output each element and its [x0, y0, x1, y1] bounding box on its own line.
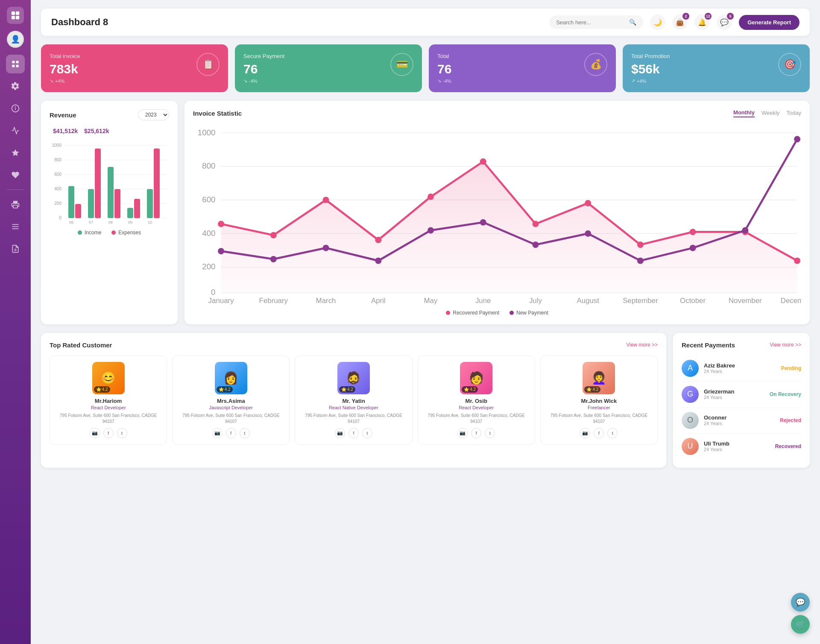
svg-rect-4 [12, 61, 15, 64]
stat-value-1: 76 [243, 62, 284, 76]
svg-point-76 [637, 257, 644, 264]
tab-weekly[interactable]: Weekly [761, 110, 779, 117]
stat-trend-0: ↘ +4% [50, 78, 80, 84]
sidebar-item-print[interactable] [6, 195, 25, 214]
notifications-button[interactable]: 🔔 12 [694, 15, 710, 30]
twitter-icon[interactable]: t [607, 428, 618, 438]
sidebar-item-dashboard[interactable] [6, 55, 25, 73]
stat-cards: Total invoice 783k ↘ +4% 📋 Secure Paymen… [41, 44, 810, 92]
instagram-icon[interactable]: 📷 [580, 428, 590, 438]
invoice-chart-area: 1000 800 600 400 200 0 [193, 121, 801, 306]
svg-text:August: August [577, 297, 599, 305]
sidebar-item-settings[interactable] [6, 77, 25, 96]
svg-text:May: May [424, 297, 438, 305]
payments-view-more[interactable]: View more >> [770, 342, 801, 348]
facebook-icon[interactable]: f [348, 428, 359, 438]
twitter-icon[interactable]: t [240, 428, 250, 438]
svg-point-75 [585, 230, 591, 237]
revenue-legend: Income Expenses [50, 230, 169, 236]
customers-grid: 😊 ⭐ 4.2 Mr.Hariom React Developer 795 Fo… [50, 356, 658, 445]
list-item: 🧑 ⭐ 4.2 Mr. Osib React Developer 795 Fol… [418, 356, 535, 445]
svg-text:January: January [208, 297, 234, 305]
instagram-icon[interactable]: 📷 [212, 428, 223, 438]
svg-text:10: 10 [148, 220, 152, 224]
tab-monthly[interactable]: Monthly [733, 109, 755, 117]
search-box: 🔍 [549, 15, 643, 29]
sidebar-item-reports[interactable] [6, 239, 25, 258]
customer-photo-2: 🧔 ⭐ 4.2 [337, 362, 370, 394]
customer-photo-4: 👩‍🦱 ⭐ 4.2 [583, 362, 615, 394]
dot [218, 221, 224, 227]
legend-income: Income [78, 230, 101, 236]
twitter-icon[interactable]: t [117, 428, 127, 438]
year-select[interactable]: 202320222021 [138, 109, 169, 120]
stat-icon-1: 💳 [390, 53, 413, 76]
sidebar-item-analytics[interactable] [6, 121, 25, 140]
customer-address-0: 795 Folsom Ave, Suite 600 San Francisco,… [54, 413, 162, 425]
twitter-icon[interactable]: t [485, 428, 495, 438]
svg-rect-38 [147, 189, 153, 218]
svg-point-60 [428, 194, 434, 200]
sidebar-item-menu[interactable] [6, 217, 25, 236]
stat-icon-0: 📋 [196, 53, 220, 76]
svg-text:1000: 1000 [198, 128, 216, 137]
instagram-icon[interactable]: 📷 [335, 428, 345, 438]
instagram-icon[interactable]: 📷 [90, 428, 100, 438]
twitter-icon[interactable]: t [362, 428, 372, 438]
rating-badge-1: ⭐ 4.2 [217, 386, 233, 393]
svg-point-68 [218, 248, 224, 254]
theme-toggle-button[interactable]: 🌙 [650, 15, 665, 30]
svg-point-74 [532, 242, 539, 248]
svg-rect-6 [12, 65, 15, 67]
avatar[interactable]: 👤 [7, 31, 24, 48]
svg-text:800: 800 [54, 157, 62, 162]
list-item: 👩 ⭐ 4.2 Mrs.Asima Javascript Developer 7… [172, 356, 290, 445]
svg-rect-5 [16, 61, 19, 64]
tab-today[interactable]: Today [786, 110, 801, 117]
svg-rect-1 [16, 12, 19, 15]
search-input[interactable] [556, 19, 626, 26]
facebook-icon[interactable]: f [594, 428, 604, 438]
svg-text:200: 200 [202, 262, 215, 271]
payment-info-2: Oconner 24 Years [704, 414, 775, 426]
rating-badge-3: ⭐ 4.2 [462, 386, 478, 393]
svg-point-61 [480, 158, 486, 165]
generate-report-button[interactable]: Generate Report [739, 15, 800, 30]
sidebar-item-info[interactable] [6, 99, 25, 118]
svg-text:March: March [316, 297, 336, 305]
cart-button[interactable]: 🛒 [791, 615, 810, 634]
sidebar-item-liked[interactable] [6, 166, 25, 184]
revenue-value: $41,512k $25,612k [50, 124, 169, 136]
svg-text:June: June [475, 297, 491, 305]
customer-socials-2: 📷 f t [299, 428, 407, 438]
rating-badge-4: ⭐ 4.2 [584, 386, 600, 393]
stat-trend-1: ↘ -4% [243, 78, 284, 84]
customer-role-1: Javascript Developer [177, 405, 285, 410]
svg-text:September: September [623, 297, 658, 305]
facebook-icon[interactable]: f [103, 428, 114, 438]
svg-rect-7 [16, 65, 19, 67]
messages-button[interactable]: 💬 5 [717, 15, 732, 30]
invoice-chart-card: Invoice Statistic Monthly Weekly Today 1… [184, 101, 810, 324]
sidebar-logo[interactable] [7, 7, 24, 24]
customer-socials-4: 📷 f t [545, 428, 653, 438]
support-button[interactable]: 💬 [791, 593, 810, 612]
rating-badge-0: ⭐ 4.2 [94, 386, 110, 393]
instagram-icon[interactable]: 📷 [457, 428, 468, 438]
facebook-icon[interactable]: f [471, 428, 481, 438]
legend-dot-income [78, 230, 82, 235]
payment-age-2: 24 Years [704, 421, 775, 426]
customer-address-1: 795 Folsom Ave, Suite 600 San Francisco,… [177, 413, 285, 425]
facebook-icon[interactable]: f [226, 428, 236, 438]
svg-text:0: 0 [59, 216, 62, 220]
sidebar-item-favorites[interactable] [6, 143, 25, 162]
trend-icon-1: ↘ [243, 78, 247, 84]
svg-rect-34 [108, 167, 114, 218]
stat-icon-3: 🎯 [778, 53, 801, 76]
payment-info-3: Uli Trumb 24 Years [704, 440, 770, 452]
stat-trend-2: ↘ -4% [437, 78, 451, 84]
customers-view-more[interactable]: View more >> [626, 342, 658, 348]
sidebar: 👤 [0, 0, 31, 644]
stat-label-0: Total invoice [50, 53, 80, 59]
wallet-button[interactable]: 👜 2 [672, 15, 688, 30]
